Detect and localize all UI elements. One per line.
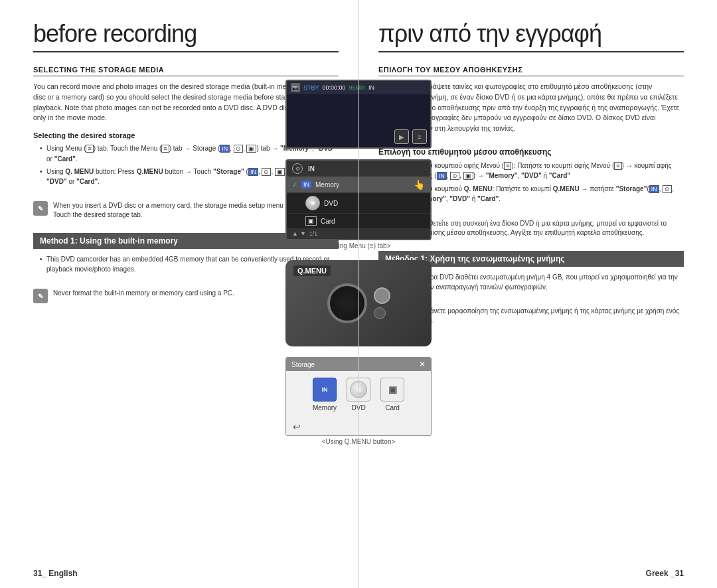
right-main-title: πριν από την εγγραφή: [378, 20, 684, 52]
in-badge: IN: [301, 181, 311, 188]
footer-right: Greek _31: [646, 569, 684, 578]
card-storage-icon: ▣: [380, 378, 404, 402]
footer-left: 31_ English: [33, 569, 78, 578]
menu-in-label: IN: [308, 165, 315, 173]
menu-button[interactable]: ≡: [412, 129, 427, 144]
play-button[interactable]: ▶: [394, 129, 409, 144]
page-container: before recording SELECTING THE STORAGE M…: [0, 0, 717, 588]
card-storage-label: Card: [385, 404, 400, 411]
cam-button-1[interactable]: [374, 287, 390, 304]
close-icon[interactable]: ✕: [419, 360, 426, 369]
storage-item-card[interactable]: ▣ Card: [380, 378, 404, 411]
left-section1-title: SELECTING THE STORAGE MEDIA: [33, 66, 339, 76]
memory-storage-label: Memory: [313, 404, 337, 411]
finger-icon: 👆: [414, 179, 425, 190]
dvd-icon: [305, 196, 320, 210]
qmenu-badge: Q.MENU: [293, 265, 331, 276]
left-note2-text: Never format the built-in memory or memo…: [53, 289, 234, 298]
camera-icon: 📷: [291, 83, 300, 92]
note1-icon: ✎: [33, 201, 48, 216]
storage-item-memory[interactable]: IN Memory: [313, 378, 337, 411]
left-main-title: before recording: [33, 20, 339, 52]
note2-icon: ✎: [33, 289, 48, 303]
memory-storage-icon: IN: [313, 378, 337, 402]
right-section1-title: ΕΠΙΛΟΓΗ ΤΟΥ ΜΕΣΟΥ ΑΠΟΘΗΚΕΥΣΗΣ: [378, 66, 684, 76]
cam-lens: [327, 283, 367, 323]
gear-icon: ⚙: [292, 163, 303, 174]
check-icon: ✓: [292, 181, 297, 188]
nav-arrows: ▲ ▼: [292, 230, 306, 237]
card-label: Card: [321, 218, 425, 225]
dvd-label: DVD: [324, 200, 425, 207]
cam-controls: [374, 287, 390, 319]
viewfinder-buttons: ▶ ≡: [394, 129, 427, 144]
page-num: 1/1: [309, 230, 318, 237]
memory-label: Memory: [315, 181, 410, 188]
storage-popup-title: Storage: [291, 361, 315, 368]
cam-button-2[interactable]: [374, 307, 386, 319]
vertical-divider: [358, 0, 359, 588]
card-icon: ▣: [305, 216, 317, 226]
back-icon[interactable]: ↩: [293, 421, 301, 432]
